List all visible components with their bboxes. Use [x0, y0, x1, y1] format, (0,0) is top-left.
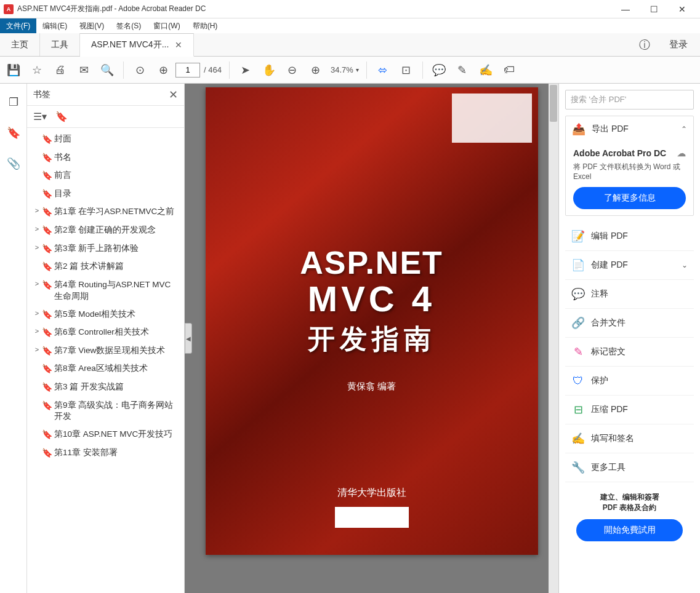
window-maximize[interactable]: ☐ — [640, 0, 668, 18]
help-icon[interactable]: ⓘ — [632, 33, 657, 56]
bookmark-ribbon-icon: 🔖 — [42, 243, 50, 255]
comment-icon[interactable]: 💬 — [428, 59, 450, 81]
tools-search-input[interactable]: 搜索 '合并 PDF' — [565, 90, 694, 109]
bookmark-item[interactable]: >🔖第1章 在学习ASP.NETMVC之前 — [27, 203, 184, 221]
chevron-up-icon: ⌃ — [681, 125, 687, 133]
zoom-dropdown[interactable]: 34.7% ▾ — [331, 65, 359, 74]
highlight-icon[interactable]: ✎ — [451, 59, 473, 81]
save-icon[interactable]: 💾 — [2, 59, 25, 81]
bookmark-item[interactable]: >🔖第6章 Controller相关技术 — [27, 324, 184, 342]
cover-publisher: 清华大学出版社 — [337, 487, 406, 499]
menu-view[interactable]: 视图(V) — [73, 18, 110, 33]
main-toolbar: 💾 ☆ 🖨 ✉ 🔍 ⊙ ⊕ / 464 ➤ ✋ ⊖ ⊕ 34.7% ▾ ⬄ ⊡ … — [0, 57, 700, 84]
hand-icon[interactable]: ✋ — [258, 59, 280, 81]
bookmark-item[interactable]: 🔖书名 — [27, 149, 184, 167]
bookmark-item[interactable]: 🔖前言 — [27, 167, 184, 185]
thumbnails-icon[interactable]: ❐ — [6, 95, 21, 109]
scrollbar-thumb[interactable] — [550, 85, 557, 122]
tab-close-icon[interactable]: ✕ — [175, 40, 182, 50]
vertical-scrollbar[interactable] — [549, 84, 558, 593]
bookmark-options-icon[interactable]: ☰▾ — [33, 111, 47, 122]
mail-icon[interactable]: ✉ — [73, 59, 95, 81]
stamp-icon[interactable]: 🏷 — [498, 59, 520, 81]
menu-file[interactable]: 文件(F) — [0, 18, 36, 33]
bookmark-item[interactable]: 🔖第3 篇 开发实战篇 — [27, 378, 184, 397]
cover-barcode — [335, 507, 409, 528]
tool-row[interactable]: 🛡保护 — [565, 367, 694, 396]
tool-icon: 🔗 — [571, 316, 585, 330]
window-minimize[interactable]: — — [611, 0, 640, 18]
tool-row[interactable]: 📄创建 PDF⌄ — [565, 251, 694, 280]
expand-icon[interactable]: > — [32, 345, 42, 354]
bookmark-item[interactable]: 🔖第8章 Area区域相关技术 — [27, 360, 184, 378]
bookmark-find-icon[interactable]: 🔖 — [55, 111, 68, 122]
bookmark-item[interactable]: >🔖第7章 View数据呈现相关技术 — [27, 342, 184, 360]
bookmark-label: 封面 — [54, 133, 179, 145]
bookmark-item[interactable]: 🔖第11章 安装部署 — [27, 444, 184, 463]
page-number-input[interactable] — [175, 63, 200, 78]
bookmark-item[interactable]: 🔖第2 篇 技术讲解篇 — [27, 258, 184, 276]
tool-label: 保护 — [591, 375, 688, 386]
sign-icon[interactable]: ✍ — [475, 59, 497, 81]
star-icon[interactable]: ☆ — [26, 59, 48, 81]
page-up-icon[interactable]: ⊙ — [129, 59, 151, 81]
fit-width-icon[interactable]: ⬄ — [372, 59, 394, 81]
bookmark-label: 第2章 创建正确的开发观念 — [54, 225, 179, 236]
bookmark-ribbon-icon: 🔖 — [42, 188, 50, 201]
tool-row[interactable]: ✍填写和签名 — [565, 424, 694, 453]
tool-row[interactable]: ⊟压缩 PDF — [565, 396, 694, 424]
bookmark-item[interactable]: 🔖目录 — [27, 185, 184, 204]
cover-author: 黄保翕 编著 — [347, 381, 396, 392]
expand-icon[interactable]: > — [32, 243, 42, 252]
page-down-icon[interactable]: ⊕ — [152, 59, 174, 81]
menu-help[interactable]: 帮助(H) — [187, 18, 224, 33]
tool-row[interactable]: 📝编辑 PDF — [565, 222, 694, 251]
pdf-page[interactable]: ASP.NET MVC 4 开发指南 黄保翕 编著 清华大学出版社 — [206, 87, 538, 555]
tab-tools[interactable]: 工具 — [40, 33, 80, 56]
tab-home[interactable]: 主页 — [0, 33, 40, 56]
login-button[interactable]: 登录 — [657, 33, 700, 56]
bookmark-item[interactable]: 🔖第10章 ASP.NET MVC开发技巧 — [27, 426, 184, 444]
menu-edit[interactable]: 编辑(E) — [36, 18, 73, 33]
bookmarks-icon[interactable]: 🔖 — [6, 125, 21, 140]
bookmark-item[interactable]: 🔖封面 — [27, 130, 184, 149]
tool-row[interactable]: 🔧更多工具 — [565, 453, 694, 482]
cover-title-2: MVC 4 — [308, 278, 435, 319]
search-icon[interactable]: 🔍 — [96, 59, 118, 81]
expand-icon[interactable]: > — [32, 327, 42, 336]
tool-row[interactable]: 🔗合并文件 — [565, 309, 694, 338]
arrow-icon[interactable]: ➤ — [235, 59, 257, 81]
menu-window[interactable]: 窗口(W) — [147, 18, 186, 33]
bookmark-item[interactable]: 🔖第9章 高级实战：电子商务网站开发 — [27, 397, 184, 426]
window-close[interactable]: ✕ — [668, 0, 696, 18]
tool-row[interactable]: ✎标记密文 — [565, 338, 694, 367]
menu-sign[interactable]: 签名(S) — [110, 18, 147, 33]
expand-icon[interactable]: > — [32, 279, 42, 289]
fit-page-icon[interactable]: ⊡ — [395, 59, 417, 81]
tab-document[interactable]: ASP.NET MVC4开... ✕ — [80, 33, 194, 57]
bookmark-label: 第8章 Area区域相关技术 — [54, 363, 179, 375]
bookmarks-close-icon[interactable]: ✕ — [169, 88, 178, 101]
bookmark-item[interactable]: >🔖第4章 Routing与ASP.NET MVC生命周期 — [27, 276, 184, 306]
tool-icon: 📝 — [571, 229, 585, 243]
attachments-icon[interactable]: 📎 — [6, 156, 21, 171]
panel-collapse-left[interactable]: ◀ — [185, 323, 192, 354]
zoom-in-icon[interactable]: ⊕ — [305, 59, 327, 81]
bookmark-item[interactable]: >🔖第5章 Model相关技术 — [27, 306, 184, 324]
zoom-out-icon[interactable]: ⊖ — [281, 59, 304, 81]
bookmark-ribbon-icon: 🔖 — [42, 447, 50, 460]
bookmark-item[interactable]: >🔖第2章 创建正确的开发观念 — [27, 221, 184, 240]
cover-title-1: ASP.NET — [300, 244, 443, 281]
bookmark-label: 第11章 安装部署 — [54, 447, 179, 459]
print-icon[interactable]: 🖨 — [49, 59, 71, 81]
expand-icon[interactable]: > — [32, 206, 42, 215]
tool-row[interactable]: 💬注释 — [565, 280, 694, 309]
promo-cta-button[interactable]: 開始免費試用 — [576, 519, 683, 541]
expand-icon[interactable]: > — [32, 225, 42, 234]
bookmark-item[interactable]: >🔖第3章 新手上路初体验 — [27, 240, 184, 258]
expand-icon[interactable]: > — [32, 309, 42, 318]
export-pdf-header[interactable]: 📤 导出 PDF ⌃ — [566, 116, 693, 142]
bookmark-ribbon-icon: 🔖 — [42, 400, 50, 412]
export-learn-more-button[interactable]: 了解更多信息 — [573, 187, 686, 209]
tool-icon: ✍ — [571, 432, 585, 445]
